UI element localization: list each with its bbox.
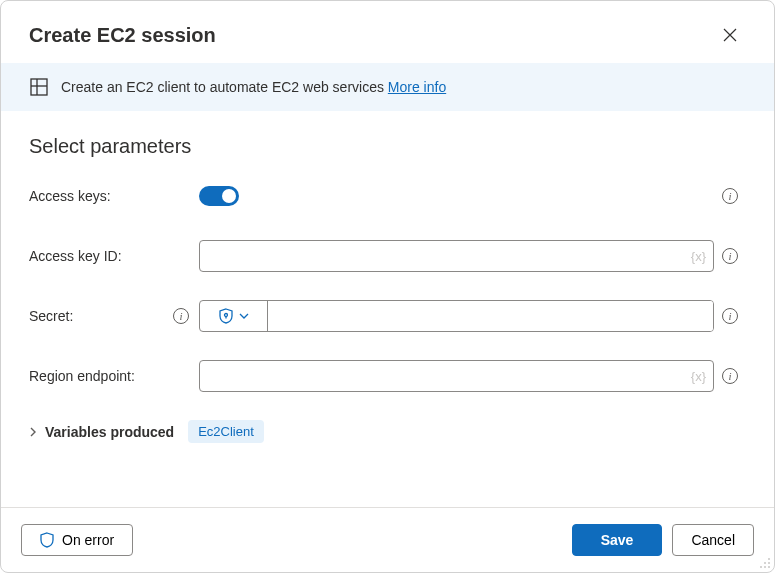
access-keys-toggle[interactable] (199, 186, 239, 206)
access-key-id-label: Access key ID: (29, 248, 199, 264)
action-icon (29, 77, 49, 97)
param-row-region-endpoint: Region endpoint: {x} i (29, 360, 746, 392)
access-keys-label: Access keys: (29, 188, 199, 204)
chevron-down-icon (239, 313, 249, 319)
variables-expand-toggle[interactable] (29, 426, 37, 438)
access-key-id-input[interactable] (199, 240, 714, 272)
info-icon[interactable]: i (722, 248, 738, 264)
svg-point-8 (760, 566, 762, 568)
dialog-footer: On error Save Cancel (1, 507, 774, 572)
param-row-secret: Secret: i i (29, 300, 746, 332)
svg-rect-0 (31, 79, 47, 95)
dialog: Create EC2 session Create an EC2 client … (0, 0, 775, 573)
info-icon[interactable]: i (722, 188, 738, 204)
info-icon[interactable]: i (722, 368, 738, 384)
region-endpoint-input[interactable] (199, 360, 714, 392)
close-button[interactable] (714, 19, 746, 51)
info-banner: Create an EC2 client to automate EC2 web… (1, 63, 774, 111)
dialog-title: Create EC2 session (29, 24, 216, 47)
dialog-body: Select parameters Access keys: i Access … (1, 111, 774, 507)
save-button[interactable]: Save (572, 524, 663, 556)
section-title: Select parameters (29, 135, 746, 158)
toggle-knob (222, 189, 236, 203)
secret-field (199, 300, 714, 332)
close-icon (723, 28, 737, 42)
secret-label: Secret: (29, 308, 73, 324)
svg-point-9 (764, 566, 766, 568)
variable-chip[interactable]: Ec2Client (188, 420, 264, 443)
region-endpoint-label: Region endpoint: (29, 368, 199, 384)
svg-point-5 (768, 558, 770, 560)
svg-point-7 (768, 562, 770, 564)
resize-grip-icon (759, 557, 771, 569)
banner-text: Create an EC2 client to automate EC2 web… (61, 79, 446, 95)
dialog-header: Create EC2 session (1, 1, 774, 63)
svg-point-6 (764, 562, 766, 564)
variables-produced-row: Variables produced Ec2Client (29, 420, 746, 443)
svg-point-3 (224, 314, 227, 317)
info-icon[interactable]: i (173, 308, 189, 324)
param-row-access-keys: Access keys: i (29, 180, 746, 212)
resize-grip[interactable] (759, 557, 771, 569)
secret-type-dropdown[interactable] (200, 301, 268, 331)
cancel-button[interactable]: Cancel (672, 524, 754, 556)
shield-icon (219, 308, 233, 324)
variables-label: Variables produced (45, 424, 174, 440)
info-icon[interactable]: i (722, 308, 738, 324)
shield-outline-icon (40, 532, 54, 548)
svg-point-10 (768, 566, 770, 568)
more-info-link[interactable]: More info (388, 79, 446, 95)
secret-input[interactable] (268, 301, 713, 331)
on-error-button[interactable]: On error (21, 524, 133, 556)
chevron-right-icon (29, 426, 37, 438)
param-row-access-key-id: Access key ID: {x} i (29, 240, 746, 272)
